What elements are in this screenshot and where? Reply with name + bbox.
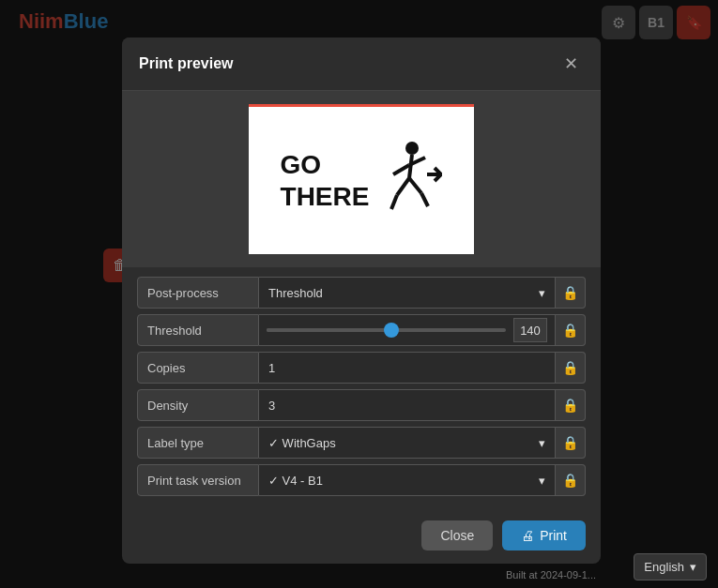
walking-figure <box>376 139 442 223</box>
button-row: Close 🖨 Print <box>122 511 601 564</box>
threshold-lock[interactable]: 🔒 <box>556 314 586 346</box>
svg-line-6 <box>409 178 421 193</box>
lock-icon-taskversion: 🔒 <box>562 473 578 488</box>
print-preview-modal: Print preview ✕ GO THERE <box>122 38 601 564</box>
slider-fill <box>267 328 391 332</box>
threshold-label: Threshold <box>137 314 259 346</box>
copies-label: Copies <box>137 352 259 384</box>
preview-image: GO THERE <box>249 104 474 254</box>
modal-overlay: Print preview ✕ GO THERE <box>0 0 718 588</box>
postprocess-label: Post-process <box>137 277 259 309</box>
form-area: Post-process Threshold ▾ 🔒 Threshold <box>122 267 601 511</box>
density-label: Density <box>137 389 259 421</box>
postprocess-value: Threshold <box>268 286 323 300</box>
labeltype-label: Label type <box>137 427 259 459</box>
taskversion-lock[interactable]: 🔒 <box>556 464 586 496</box>
chevron-down-icon-taskversion: ▾ <box>539 474 545 488</box>
svg-line-2 <box>393 165 409 174</box>
chevron-down-icon-labeltype: ▾ <box>539 436 545 450</box>
chevron-down-icon: ▾ <box>539 286 545 300</box>
lock-icon-labeltype: 🔒 <box>562 435 578 450</box>
print-label: Print <box>540 528 567 543</box>
language-label: English <box>644 560 684 574</box>
print-icon: 🖨 <box>521 528 534 543</box>
threshold-value: 140 <box>513 318 547 342</box>
svg-line-4 <box>397 178 409 195</box>
labeltype-lock[interactable]: 🔒 <box>556 427 586 459</box>
labeltype-row: Label type ✓ WithGaps ▾ 🔒 <box>137 427 586 459</box>
modal-header: Print preview ✕ <box>122 38 601 91</box>
copies-row: Copies 1 🔒 <box>137 352 586 384</box>
slider-thumb[interactable] <box>384 323 399 338</box>
postprocess-lock[interactable]: 🔒 <box>556 277 586 309</box>
density-lock[interactable]: 🔒 <box>556 389 586 421</box>
lock-icon-density: 🔒 <box>562 398 578 413</box>
chevron-down-icon-language: ▾ <box>690 560 696 574</box>
modal-title: Print preview <box>139 55 233 72</box>
threshold-row: Threshold 140 🔒 <box>137 314 586 346</box>
threshold-slider-container[interactable]: 140 <box>259 314 556 346</box>
language-select[interactable]: English ▾ <box>634 553 707 580</box>
labeltype-value: ✓ WithGaps <box>268 436 336 450</box>
postprocess-select[interactable]: Threshold ▾ <box>259 277 556 309</box>
density-input[interactable]: 3 <box>259 389 556 421</box>
close-icon: ✕ <box>564 53 578 74</box>
taskversion-select[interactable]: ✓ V4 - B1 ▾ <box>259 464 556 496</box>
preview-area: GO THERE <box>122 91 601 267</box>
taskversion-label: Print task version <box>137 464 259 496</box>
modal-close-button[interactable]: ✕ <box>558 51 584 77</box>
preview-line2: THERE <box>281 181 370 213</box>
copies-input[interactable]: 1 <box>259 352 556 384</box>
svg-line-7 <box>421 193 428 206</box>
print-button[interactable]: 🖨 Print <box>502 520 586 550</box>
slider-track <box>267 328 506 332</box>
build-info: Built at 2024-09-1... <box>506 569 596 580</box>
preview-content: GO THERE <box>281 139 443 223</box>
close-button[interactable]: Close <box>421 520 493 550</box>
postprocess-row: Post-process Threshold ▾ 🔒 <box>137 277 586 309</box>
preview-line1: GO <box>281 149 370 181</box>
lock-icon: 🔒 <box>562 285 578 300</box>
copies-lock[interactable]: 🔒 <box>556 352 586 384</box>
density-row: Density 3 🔒 <box>137 389 586 421</box>
bottom-bar: English ▾ <box>622 546 718 588</box>
labeltype-select[interactable]: ✓ WithGaps ▾ <box>259 427 556 459</box>
svg-line-5 <box>391 195 397 209</box>
preview-text: GO THERE <box>281 149 370 212</box>
taskversion-value: ✓ V4 - B1 <box>268 474 323 488</box>
walk-svg <box>376 139 442 223</box>
svg-point-0 <box>405 142 419 155</box>
lock-icon-copies: 🔒 <box>562 360 578 375</box>
taskversion-row: Print task version ✓ V4 - B1 ▾ 🔒 <box>137 464 586 496</box>
lock-icon-threshold: 🔒 <box>562 323 578 338</box>
